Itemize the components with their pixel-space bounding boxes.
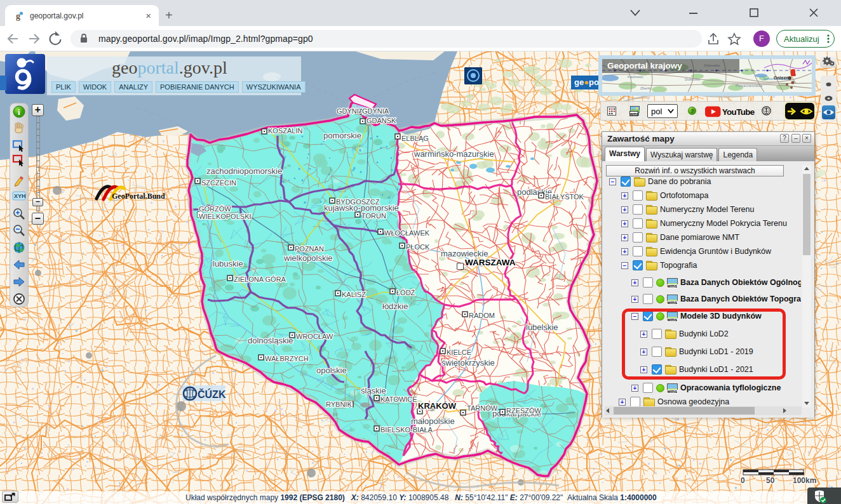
svg-text:WIELKOPOLSKI: WIELKOPOLSKI: [199, 213, 252, 220]
svg-text:TARNÓW: TARNÓW: [467, 404, 498, 412]
svg-text:dolnośląskie: dolnośląskie: [248, 336, 293, 345]
svg-text:RYBNIK: RYBNIK: [326, 401, 352, 408]
svg-text:?: ?: [690, 108, 694, 114]
svg-text:lubuskie: lubuskie: [213, 259, 243, 269]
svg-text:SZCZECIN: SZCZECIN: [201, 179, 236, 187]
svg-text:i: i: [18, 107, 20, 117]
svg-text:PŁOCK: PŁOCK: [406, 243, 430, 251]
svg-text:wielkopolskie: wielkopolskie: [283, 253, 333, 263]
svg-text:RZESZÓW: RZESZÓW: [506, 407, 542, 414]
svg-text:ŁÓDŹ: ŁÓDŹ: [396, 289, 415, 296]
svg-text:XYH: XYH: [14, 193, 26, 199]
svg-text:Dobrowo: Dobrowo: [685, 77, 701, 81]
svg-text:BYDGOSZCZ: BYDGOSZCZ: [336, 198, 380, 206]
svg-text:WŁOCŁAWEK: WŁOCŁAWEK: [384, 229, 430, 237]
svg-text:Pomarzanowice: Pomarzanowice: [736, 84, 763, 88]
svg-text:KATOWICE: KATOWICE: [380, 395, 417, 403]
svg-text:ELBLĄG: ELBLĄG: [401, 135, 429, 142]
svg-text:Gniezno: Gniezno: [774, 76, 791, 80]
svg-text:KRAKÓW: KRAKÓW: [418, 401, 457, 411]
svg-text:Kadzewo: Kadzewo: [628, 75, 643, 79]
svg-text:śląskie: śląskie: [361, 386, 386, 395]
svg-text:POZNAŃ: POZNAŃ: [295, 245, 324, 253]
svg-text:GeoPortal.Bund: GeoPortal.Bund: [112, 192, 165, 201]
svg-text:łódzkie: łódzkie: [382, 302, 408, 311]
svg-text:GDAŃSK: GDAŃSK: [367, 117, 396, 124]
svg-text:pomorskie: pomorskie: [323, 131, 361, 140]
svg-text:KIELCE: KIELCE: [447, 348, 471, 356]
svg-text:KALISZ: KALISZ: [342, 291, 366, 298]
svg-text:GDYNIA: GDYNIA: [337, 107, 364, 115]
svg-text:małopolskie: małopolskie: [411, 416, 455, 426]
svg-text:BIAŁYSTOK: BIAŁYSTOK: [545, 193, 584, 201]
svg-text:RADOM: RADOM: [469, 312, 495, 319]
svg-text:mazowieckie: mazowieckie: [441, 249, 488, 258]
svg-text:WROCŁAW: WROCŁAW: [296, 333, 333, 340]
svg-text:TORUŃ: TORUŃ: [361, 212, 386, 220]
svg-text:wms: wms: [629, 112, 640, 116]
svg-text:g: g: [16, 11, 20, 21]
svg-text:GORZÓW: GORZÓW: [199, 205, 231, 213]
svg-text:50: 50: [766, 476, 775, 485]
svg-text:lubelskie: lubelskie: [526, 322, 558, 332]
svg-text:YouTube: YouTube: [722, 107, 755, 117]
svg-text:WARSZAWA: WARSZAWA: [465, 258, 516, 267]
svg-text:0: 0: [741, 476, 745, 485]
svg-text:ZIELONA GÓRA: ZIELONA GÓRA: [234, 275, 286, 283]
svg-text:WAŁBRZYCH: WAŁBRZYCH: [265, 355, 309, 362]
svg-text:Zberki: Zberki: [640, 86, 651, 90]
svg-text:zachodniopomorskie: zachodniopomorskie: [206, 166, 282, 176]
svg-text:ČÚZK: ČÚZK: [198, 388, 226, 400]
svg-text:opolskie: opolskie: [316, 366, 347, 375]
svg-text:świętokrzyskie: świętokrzyskie: [441, 358, 495, 368]
svg-text:100km: 100km: [793, 476, 816, 485]
svg-text:warmińsko-mazurskie: warmińsko-mazurskie: [414, 149, 494, 159]
svg-text:KOSZALIN: KOSZALIN: [268, 127, 302, 135]
svg-text:GDYNIA: GDYNIA: [362, 107, 389, 115]
svg-text:BIELSKO-BIAŁA: BIELSKO-BIAŁA: [380, 426, 433, 434]
